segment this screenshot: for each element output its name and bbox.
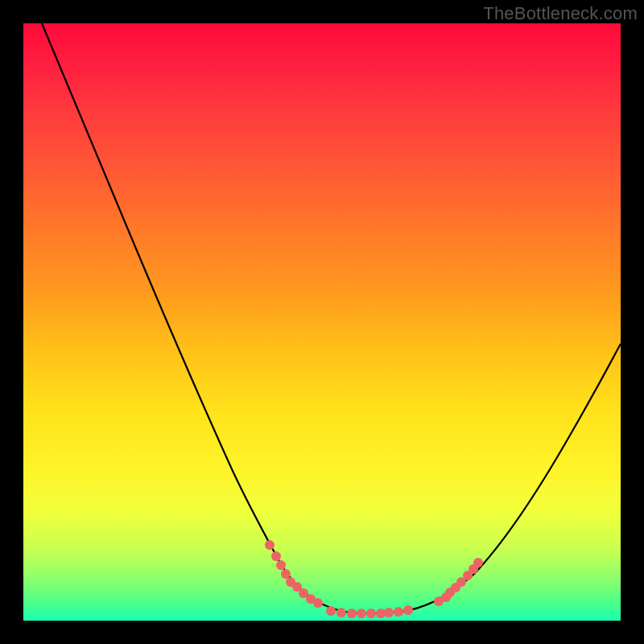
svg-point-12 [357,609,366,618]
svg-point-9 [326,606,336,616]
watermark-text: TheBottleneck.com [483,3,638,24]
svg-point-13 [366,609,376,618]
svg-point-8 [313,598,323,608]
svg-point-15 [384,608,394,617]
chart-container: TheBottleneck.com [0,0,644,644]
svg-point-11 [347,609,357,618]
svg-point-17 [403,605,413,615]
plot-area [23,23,621,621]
svg-point-10 [336,608,346,617]
svg-point-0 [265,540,275,550]
curve-line [42,23,621,613]
dot-cluster-right [434,558,483,606]
svg-point-3 [281,569,291,579]
svg-point-25 [473,558,483,568]
svg-point-2 [276,560,286,570]
svg-point-1 [271,551,281,561]
svg-point-16 [394,607,403,617]
dot-cluster-bottom [326,605,413,618]
chart-svg [23,23,621,621]
